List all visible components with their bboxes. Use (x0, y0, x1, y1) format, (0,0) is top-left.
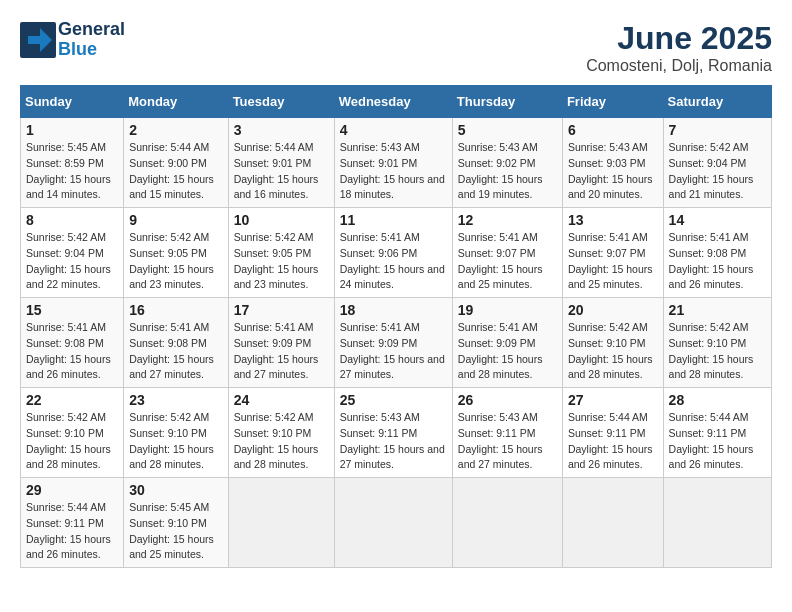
day-info: Sunrise: 5:41 AMSunset: 9:09 PMDaylight:… (340, 320, 447, 383)
day-info: Sunrise: 5:43 AMSunset: 9:02 PMDaylight:… (458, 140, 557, 203)
table-row: 14Sunrise: 5:41 AMSunset: 9:08 PMDayligh… (663, 208, 771, 298)
day-info: Sunrise: 5:42 AMSunset: 9:10 PMDaylight:… (26, 410, 118, 473)
day-number: 9 (129, 212, 222, 228)
logo-text: General Blue (58, 20, 125, 60)
day-number: 20 (568, 302, 658, 318)
title-area: June 2025 Comosteni, Dolj, Romania (586, 20, 772, 75)
day-number: 5 (458, 122, 557, 138)
col-sunday: Sunday (21, 86, 124, 118)
table-row: 5Sunrise: 5:43 AMSunset: 9:02 PMDaylight… (452, 118, 562, 208)
table-row: 11Sunrise: 5:41 AMSunset: 9:06 PMDayligh… (334, 208, 452, 298)
calendar-subtitle: Comosteni, Dolj, Romania (586, 57, 772, 75)
day-info: Sunrise: 5:41 AMSunset: 9:08 PMDaylight:… (26, 320, 118, 383)
table-row (663, 478, 771, 568)
day-number: 11 (340, 212, 447, 228)
day-number: 25 (340, 392, 447, 408)
table-row: 15Sunrise: 5:41 AMSunset: 9:08 PMDayligh… (21, 298, 124, 388)
day-number: 26 (458, 392, 557, 408)
day-number: 29 (26, 482, 118, 498)
day-info: Sunrise: 5:41 AMSunset: 9:08 PMDaylight:… (129, 320, 222, 383)
table-row: 18Sunrise: 5:41 AMSunset: 9:09 PMDayligh… (334, 298, 452, 388)
day-number: 12 (458, 212, 557, 228)
col-friday: Friday (562, 86, 663, 118)
table-row: 7Sunrise: 5:42 AMSunset: 9:04 PMDaylight… (663, 118, 771, 208)
day-number: 4 (340, 122, 447, 138)
table-row: 16Sunrise: 5:41 AMSunset: 9:08 PMDayligh… (124, 298, 228, 388)
day-info: Sunrise: 5:44 AMSunset: 9:11 PMDaylight:… (568, 410, 658, 473)
calendar-week-row: 1Sunrise: 5:45 AMSunset: 8:59 PMDaylight… (21, 118, 772, 208)
day-info: Sunrise: 5:43 AMSunset: 9:01 PMDaylight:… (340, 140, 447, 203)
day-number: 27 (568, 392, 658, 408)
day-number: 2 (129, 122, 222, 138)
day-info: Sunrise: 5:41 AMSunset: 9:09 PMDaylight:… (458, 320, 557, 383)
header: General Blue June 2025 Comosteni, Dolj, … (20, 20, 772, 75)
day-info: Sunrise: 5:43 AMSunset: 9:11 PMDaylight:… (458, 410, 557, 473)
day-number: 22 (26, 392, 118, 408)
day-number: 18 (340, 302, 447, 318)
table-row: 2Sunrise: 5:44 AMSunset: 9:00 PMDaylight… (124, 118, 228, 208)
day-info: Sunrise: 5:43 AMSunset: 9:03 PMDaylight:… (568, 140, 658, 203)
day-info: Sunrise: 5:41 AMSunset: 9:06 PMDaylight:… (340, 230, 447, 293)
day-number: 24 (234, 392, 329, 408)
day-info: Sunrise: 5:41 AMSunset: 9:08 PMDaylight:… (669, 230, 766, 293)
calendar-week-row: 22Sunrise: 5:42 AMSunset: 9:10 PMDayligh… (21, 388, 772, 478)
table-row: 13Sunrise: 5:41 AMSunset: 9:07 PMDayligh… (562, 208, 663, 298)
col-saturday: Saturday (663, 86, 771, 118)
table-row: 3Sunrise: 5:44 AMSunset: 9:01 PMDaylight… (228, 118, 334, 208)
day-number: 3 (234, 122, 329, 138)
day-number: 10 (234, 212, 329, 228)
day-number: 7 (669, 122, 766, 138)
logo-blue: Blue (58, 40, 125, 60)
day-info: Sunrise: 5:42 AMSunset: 9:10 PMDaylight:… (234, 410, 329, 473)
table-row: 25Sunrise: 5:43 AMSunset: 9:11 PMDayligh… (334, 388, 452, 478)
table-row: 10Sunrise: 5:42 AMSunset: 9:05 PMDayligh… (228, 208, 334, 298)
day-info: Sunrise: 5:43 AMSunset: 9:11 PMDaylight:… (340, 410, 447, 473)
col-tuesday: Tuesday (228, 86, 334, 118)
table-row: 24Sunrise: 5:42 AMSunset: 9:10 PMDayligh… (228, 388, 334, 478)
table-row: 12Sunrise: 5:41 AMSunset: 9:07 PMDayligh… (452, 208, 562, 298)
day-number: 17 (234, 302, 329, 318)
table-row: 22Sunrise: 5:42 AMSunset: 9:10 PMDayligh… (21, 388, 124, 478)
day-info: Sunrise: 5:42 AMSunset: 9:05 PMDaylight:… (234, 230, 329, 293)
day-number: 28 (669, 392, 766, 408)
day-number: 14 (669, 212, 766, 228)
table-row: 19Sunrise: 5:41 AMSunset: 9:09 PMDayligh… (452, 298, 562, 388)
logo: General Blue (20, 20, 125, 60)
table-row (228, 478, 334, 568)
table-row (452, 478, 562, 568)
day-info: Sunrise: 5:45 AMSunset: 9:10 PMDaylight:… (129, 500, 222, 563)
col-monday: Monday (124, 86, 228, 118)
day-number: 13 (568, 212, 658, 228)
day-info: Sunrise: 5:44 AMSunset: 9:01 PMDaylight:… (234, 140, 329, 203)
calendar-week-row: 29Sunrise: 5:44 AMSunset: 9:11 PMDayligh… (21, 478, 772, 568)
day-info: Sunrise: 5:42 AMSunset: 9:10 PMDaylight:… (568, 320, 658, 383)
table-row: 6Sunrise: 5:43 AMSunset: 9:03 PMDaylight… (562, 118, 663, 208)
day-info: Sunrise: 5:42 AMSunset: 9:10 PMDaylight:… (669, 320, 766, 383)
col-thursday: Thursday (452, 86, 562, 118)
day-info: Sunrise: 5:41 AMSunset: 9:09 PMDaylight:… (234, 320, 329, 383)
day-number: 21 (669, 302, 766, 318)
calendar-header-row: Sunday Monday Tuesday Wednesday Thursday… (21, 86, 772, 118)
day-number: 30 (129, 482, 222, 498)
table-row: 21Sunrise: 5:42 AMSunset: 9:10 PMDayligh… (663, 298, 771, 388)
day-info: Sunrise: 5:42 AMSunset: 9:04 PMDaylight:… (669, 140, 766, 203)
calendar-title: June 2025 (586, 20, 772, 57)
day-number: 23 (129, 392, 222, 408)
day-info: Sunrise: 5:41 AMSunset: 9:07 PMDaylight:… (568, 230, 658, 293)
table-row: 23Sunrise: 5:42 AMSunset: 9:10 PMDayligh… (124, 388, 228, 478)
day-info: Sunrise: 5:42 AMSunset: 9:04 PMDaylight:… (26, 230, 118, 293)
table-row: 20Sunrise: 5:42 AMSunset: 9:10 PMDayligh… (562, 298, 663, 388)
day-number: 15 (26, 302, 118, 318)
day-info: Sunrise: 5:44 AMSunset: 9:00 PMDaylight:… (129, 140, 222, 203)
day-info: Sunrise: 5:45 AMSunset: 8:59 PMDaylight:… (26, 140, 118, 203)
day-info: Sunrise: 5:42 AMSunset: 9:10 PMDaylight:… (129, 410, 222, 473)
col-wednesday: Wednesday (334, 86, 452, 118)
day-info: Sunrise: 5:44 AMSunset: 9:11 PMDaylight:… (26, 500, 118, 563)
calendar-week-row: 15Sunrise: 5:41 AMSunset: 9:08 PMDayligh… (21, 298, 772, 388)
table-row: 8Sunrise: 5:42 AMSunset: 9:04 PMDaylight… (21, 208, 124, 298)
logo-general: General (58, 20, 125, 40)
table-row: 4Sunrise: 5:43 AMSunset: 9:01 PMDaylight… (334, 118, 452, 208)
day-number: 1 (26, 122, 118, 138)
day-number: 6 (568, 122, 658, 138)
day-info: Sunrise: 5:41 AMSunset: 9:07 PMDaylight:… (458, 230, 557, 293)
